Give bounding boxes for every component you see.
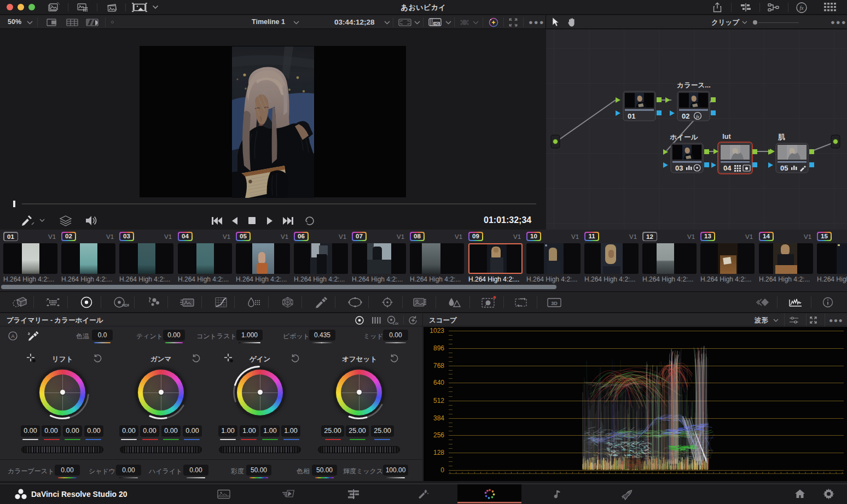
svg-text:lut: lut bbox=[722, 133, 731, 140]
svg-text:肌: 肌 bbox=[778, 133, 785, 141]
svg-text:カラース...: カラース... bbox=[677, 81, 710, 89]
svg-text:LOG: LOG bbox=[393, 322, 398, 325]
svg-text:05: 05 bbox=[780, 164, 788, 172]
svg-text:HQ: HQ bbox=[434, 22, 439, 25]
svg-text:04: 04 bbox=[723, 164, 732, 172]
svg-text:02: 02 bbox=[682, 112, 689, 120]
svg-text:fx: fx bbox=[696, 114, 699, 119]
svg-text:3D: 3D bbox=[551, 301, 558, 306]
svg-text:A: A bbox=[11, 333, 14, 339]
svg-text:HDR: HDR bbox=[122, 303, 129, 307]
svg-text:ホイール: ホイール bbox=[670, 133, 698, 141]
svg-text:fx: fx bbox=[800, 5, 804, 11]
svg-text:01: 01 bbox=[628, 112, 635, 120]
svg-text:03: 03 bbox=[675, 164, 683, 172]
